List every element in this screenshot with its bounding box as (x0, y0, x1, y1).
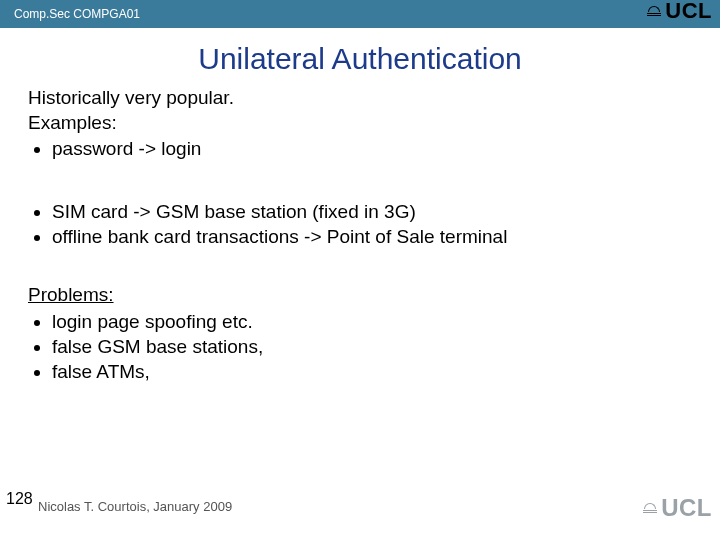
ucl-logo-text: UCL (661, 494, 712, 522)
list-item: password -> login (52, 137, 692, 162)
ucl-logo-text: UCL (665, 0, 712, 24)
list-item: SIM card -> GSM base station (fixed in 3… (52, 200, 692, 225)
footer-author: Nicolas T. Courtois, January 2009 (38, 499, 232, 514)
dome-icon (641, 503, 659, 513)
problems-list: login page spoofing etc. false GSM base … (28, 310, 692, 384)
ucl-logo-bottom: UCL (641, 494, 712, 522)
intro-line2: Examples: (28, 111, 692, 136)
header-bar: Comp.Sec COMPGA01 UCL (0, 0, 720, 28)
page-number: 128 (6, 490, 33, 508)
intro-line1: Historically very popular. (28, 86, 692, 111)
problems-heading: Problems: (28, 283, 692, 308)
slide-content: Historically very popular. Examples: pas… (0, 86, 720, 384)
list-item: login page spoofing etc. (52, 310, 692, 335)
examples-list-1: password -> login (28, 137, 692, 162)
list-item: false GSM base stations, (52, 335, 692, 360)
footer: 128 Nicolas T. Courtois, January 2009 UC… (0, 498, 720, 528)
ucl-logo-top: UCL (645, 0, 712, 24)
list-item: offline bank card transactions -> Point … (52, 225, 692, 250)
slide-title: Unilateral Authentication (0, 42, 720, 76)
examples-list-2: SIM card -> GSM base station (fixed in 3… (28, 200, 692, 249)
list-item: false ATMs, (52, 360, 692, 385)
dome-icon (645, 6, 663, 16)
course-code: Comp.Sec COMPGA01 (0, 7, 140, 21)
